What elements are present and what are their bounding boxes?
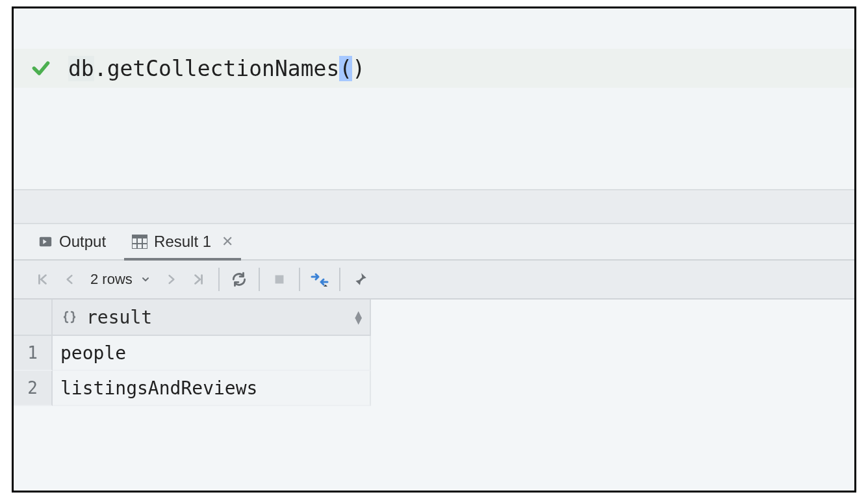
result-cell[interactable]: people xyxy=(53,336,371,371)
table-icon xyxy=(132,235,147,249)
results-grid: result ▲▼ 1 people 2 listingsAndReviews xyxy=(14,300,854,406)
prev-page-icon[interactable] xyxy=(57,266,83,292)
pin-icon[interactable] xyxy=(347,266,373,292)
row-number: 2 xyxy=(14,371,53,406)
results-toolbar: 2 rows xyxy=(14,261,854,300)
tab-output-label: Output xyxy=(59,233,106,251)
toolbar-separator xyxy=(299,268,300,291)
stop-icon[interactable] xyxy=(266,266,292,292)
toolbar-separator xyxy=(339,268,340,291)
result-cell[interactable]: listingsAndReviews xyxy=(53,371,371,406)
braces-icon xyxy=(62,309,77,325)
toolbar-separator xyxy=(218,268,220,291)
refresh-icon[interactable] xyxy=(226,266,252,292)
sort-icon[interactable]: ▲▼ xyxy=(355,311,362,324)
row-number: 1 xyxy=(14,336,53,371)
row-count-label: 2 rows xyxy=(90,271,133,288)
tab-output[interactable]: Output xyxy=(33,224,111,259)
output-icon xyxy=(38,235,53,249)
first-page-icon[interactable] xyxy=(29,266,55,292)
results-panel: result ▲▼ 1 people 2 listingsAndReviews xyxy=(14,300,854,491)
next-page-icon[interactable] xyxy=(159,266,185,292)
code-text[interactable]: db.getCollectionNames() xyxy=(68,56,365,81)
code-line: db.getCollectionNames() xyxy=(14,49,854,88)
panel-divider xyxy=(14,189,854,224)
svg-rect-6 xyxy=(275,275,283,284)
query-editor[interactable]: db.getCollectionNames() xyxy=(14,8,854,189)
chevron-down-icon xyxy=(140,274,151,285)
tab-result-label: Result 1 xyxy=(154,233,211,251)
grid-corner xyxy=(14,300,53,336)
compare-icon[interactable] xyxy=(307,266,333,292)
column-header-label: result xyxy=(86,307,152,328)
execution-success-icon xyxy=(14,58,68,79)
toolbar-separator xyxy=(259,268,260,291)
last-page-icon[interactable] xyxy=(186,266,212,292)
tab-result-1[interactable]: Result 1 ✕ xyxy=(127,224,238,259)
row-count-dropdown[interactable]: 2 rows xyxy=(84,271,157,288)
result-tabs: Output Result 1 ✕ xyxy=(14,224,854,261)
svg-rect-2 xyxy=(132,235,147,238)
ide-panel: db.getCollectionNames() Output Result 1 … xyxy=(12,6,856,493)
column-header-result[interactable]: result ▲▼ xyxy=(53,300,371,336)
close-icon[interactable]: ✕ xyxy=(222,233,233,250)
